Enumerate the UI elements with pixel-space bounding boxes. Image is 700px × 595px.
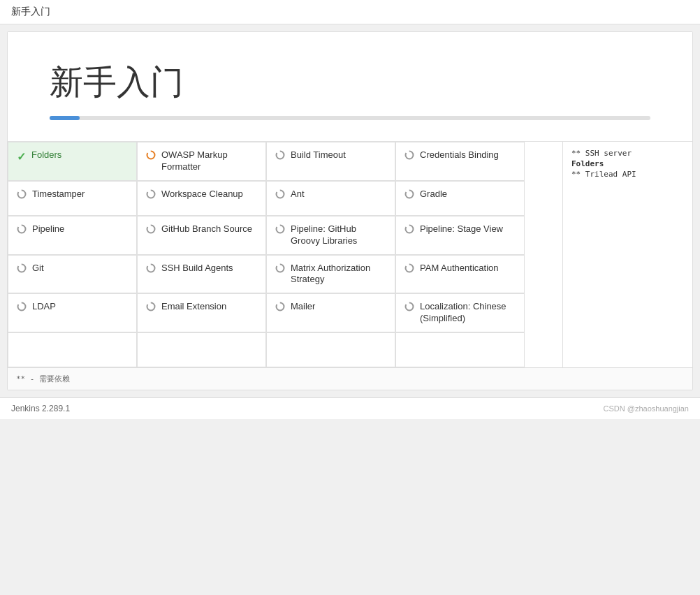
plugin-cell[interactable]: GitHub Branch Source <box>137 216 266 255</box>
side-panel-line: ** SSH server <box>571 149 684 158</box>
svg-point-4 <box>147 190 155 198</box>
refresh-icon <box>275 150 285 160</box>
plugin-cell[interactable]: Pipeline <box>8 216 137 255</box>
plugin-name: Pipeline: GitHub Groovy Libraries <box>291 223 386 247</box>
plugin-cell[interactable]: Pipeline: GitHub Groovy Libraries <box>266 216 395 255</box>
plugins-area: ✓FoldersOWASP Markup FormatterBuild Time… <box>8 142 692 367</box>
svg-point-1 <box>277 152 284 159</box>
plugin-cell[interactable]: PAM Authentication <box>395 255 525 294</box>
svg-point-13 <box>277 264 284 272</box>
refresh-icon <box>404 224 414 234</box>
top-bar-title: 新手入门 <box>11 6 50 17</box>
side-panel-line: Folders <box>571 159 684 168</box>
plugin-cell[interactable]: LDAP <box>8 293 137 332</box>
svg-point-0 <box>147 152 155 159</box>
refresh-icon <box>275 150 285 162</box>
plugin-name: Mailer <box>291 301 315 313</box>
check-icon: ✓ <box>17 150 26 163</box>
refresh-orange-icon <box>146 150 156 162</box>
plugin-name: Workspace Cleanup <box>161 189 243 200</box>
refresh-orange-icon <box>146 150 156 160</box>
plugin-cell[interactable] <box>137 332 266 367</box>
hero-section: 新手入门 <box>8 32 692 142</box>
plugin-cell[interactable]: Email Extension <box>137 293 266 332</box>
refresh-icon <box>404 302 414 314</box>
svg-point-16 <box>147 303 155 311</box>
plugin-name: Timestamper <box>32 189 85 200</box>
plugin-name: Build Timeout <box>291 149 346 161</box>
svg-point-3 <box>18 190 26 198</box>
plugin-cell[interactable]: OWASP Markup Formatter <box>137 142 266 181</box>
plugin-name: Git <box>32 263 44 274</box>
plugin-cell[interactable]: Gradle <box>395 181 525 216</box>
footer-note: ** - 需要依赖 <box>8 367 692 390</box>
check-icon: ✓ <box>17 151 26 163</box>
plugin-name: Localization: Chinese (Simplified) <box>420 301 516 325</box>
plugin-cell[interactable] <box>395 332 525 367</box>
svg-point-8 <box>147 225 155 233</box>
progress-bar-fill <box>50 116 80 120</box>
side-panel: ** SSH serverFolders** Trilead API <box>563 142 692 367</box>
refresh-icon <box>146 302 156 311</box>
refresh-icon <box>146 189 156 201</box>
plugin-cell[interactable]: Ant <box>266 181 395 216</box>
svg-point-7 <box>18 225 26 233</box>
plugin-cell[interactable]: Pipeline: Stage View <box>395 216 525 255</box>
plugin-cell[interactable]: Build Timeout <box>266 142 395 181</box>
plugins-grid: ✓FoldersOWASP Markup FormatterBuild Time… <box>8 142 563 367</box>
svg-point-17 <box>277 303 284 311</box>
svg-point-11 <box>18 264 26 272</box>
svg-point-6 <box>406 190 414 198</box>
plugin-cell[interactable]: Localization: Chinese (Simplified) <box>395 293 525 332</box>
refresh-icon <box>17 263 27 275</box>
plugin-cell[interactable]: Credentials Binding <box>395 142 525 181</box>
refresh-icon <box>146 302 156 314</box>
svg-point-18 <box>406 303 414 311</box>
plugin-name: Folders <box>31 149 61 161</box>
plugin-cell[interactable]: Git <box>8 255 137 294</box>
svg-point-2 <box>406 152 414 159</box>
plugins-wrapper: ✓FoldersOWASP Markup FormatterBuild Time… <box>8 142 692 390</box>
plugin-cell[interactable]: Matrix Authorization Strategy <box>266 255 395 294</box>
jenkins-version: Jenkins 2.289.1 <box>11 404 70 413</box>
plugin-name: Credentials Binding <box>420 149 499 161</box>
refresh-icon <box>404 263 414 273</box>
refresh-icon <box>404 302 414 311</box>
refresh-icon <box>404 189 414 201</box>
plugin-cell[interactable]: ✓Folders <box>8 142 137 181</box>
plugin-name: GitHub Branch Source <box>161 223 252 235</box>
refresh-icon <box>146 224 156 234</box>
refresh-icon <box>404 224 414 236</box>
svg-point-5 <box>277 190 284 198</box>
plugin-name: OWASP Markup Formatter <box>161 149 257 173</box>
plugin-name: Email Extension <box>161 301 226 313</box>
refresh-icon <box>17 302 27 314</box>
refresh-icon <box>275 189 285 199</box>
plugin-name: PAM Authentication <box>420 263 499 274</box>
svg-point-9 <box>277 225 284 233</box>
plugin-cell[interactable] <box>8 332 137 367</box>
plugin-cell[interactable]: Mailer <box>266 293 395 332</box>
plugin-cell[interactable]: SSH Build Agents <box>137 255 266 294</box>
plugin-name: Ant <box>291 189 305 200</box>
main-content: 新手入门 ✓FoldersOWASP Markup FormatterBuild… <box>7 31 693 390</box>
refresh-icon <box>275 302 285 311</box>
refresh-icon <box>404 189 414 199</box>
refresh-icon <box>404 263 414 275</box>
refresh-icon <box>17 189 27 201</box>
svg-point-12 <box>147 264 155 272</box>
refresh-icon <box>404 150 414 162</box>
refresh-icon <box>146 189 156 199</box>
top-bar: 新手入门 <box>0 0 700 24</box>
plugin-cell[interactable]: Workspace Cleanup <box>137 181 266 216</box>
svg-point-14 <box>406 264 414 272</box>
refresh-icon <box>146 263 156 273</box>
refresh-icon <box>17 224 27 234</box>
plugin-cell[interactable] <box>266 332 395 367</box>
plugin-cell[interactable]: Timestamper <box>8 181 137 216</box>
refresh-icon <box>404 150 414 160</box>
plugin-name: Pipeline <box>32 223 64 235</box>
bottom-bar: Jenkins 2.289.1 CSDN @zhaoshuangjian <box>0 397 700 419</box>
refresh-icon <box>17 189 27 199</box>
plugin-name: Matrix Authorization Strategy <box>291 263 386 286</box>
